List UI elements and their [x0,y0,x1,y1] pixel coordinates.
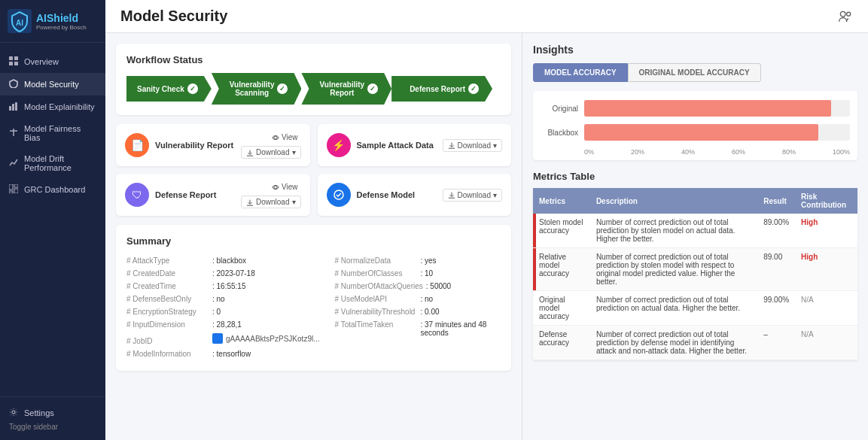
summary-key: # JobID [126,337,209,345]
sidebar-item-overview[interactable]: Overview [0,50,105,73]
bar-track-original [584,100,850,117]
vuln-download-button[interactable]: Download ▾ [241,146,300,159]
svg-rect-3 [14,56,18,60]
defense-view-button[interactable]: View [269,181,301,193]
sidebar-item-model-security[interactable]: Model Security [0,73,105,96]
svg-rect-14 [9,191,13,193]
sidebar-item-label: Model Explainibility [24,102,95,111]
sidebar-item-label: Model Fairness Bias [24,124,96,142]
bar-fill-blackbox [584,124,818,141]
summary-key: # InputDimension [126,320,209,329]
toggle-sidebar-button[interactable]: Toggle sidebar [9,421,96,432]
workflow-steps: Sanity Check ✓ VulnerabilityScanning ✓ V… [126,73,501,105]
grid-icon [9,56,20,67]
summary-val: : 28,28,1 [212,320,242,329]
summary-key: # ModelInformation [126,350,209,358]
insights-tab-bar: MODEL ACCURACY ORIGINAL MODEL ACCURACY [533,63,857,82]
summary-grid: # AttackType : blackbox # CreatedDate : … [126,254,501,360]
right-panel: Insights MODEL ACCURACY ORIGINAL MODEL A… [522,33,868,440]
svg-point-21 [274,185,277,188]
tab-model-accuracy[interactable]: MODEL ACCURACY [533,63,628,82]
defense-model-download-button[interactable]: Download ▾ [443,189,502,202]
step-label: VulnerabilityReport [319,80,364,97]
defense-download-button[interactable]: Download ▾ [241,196,300,208]
sidebar-item-label: Overview [24,57,59,66]
sidebar-item-model-drift[interactable]: Model Drift Performance [0,148,105,178]
summary-val: : 0 [212,308,221,316]
content-area: Workflow Status Sanity Check ✓ Vulnerabi… [105,33,868,440]
axis-60: 60% [732,148,745,156]
metrics-table: Metrics Description Result Risk Contribu… [533,188,857,360]
dropdown-arrow: ▾ [292,148,296,156]
job-id-icon [212,333,223,344]
risk-cell: High [795,248,857,291]
table-row: Stolen model accuracy Number of correct … [533,214,857,248]
risk-badge: N/A [801,296,814,304]
red-bar-indicator [533,214,536,247]
summary-model-info: # ModelInformation : tensorflow [126,347,320,360]
attack-download-button[interactable]: Download ▾ [443,139,502,152]
risk-cell: N/A [795,291,857,326]
bar-fill-original [584,100,831,117]
sidebar-item-grc-dashboard[interactable]: GRC Dashboard [0,178,105,201]
summary-val: : 2023-07-18 [212,269,255,278]
svg-rect-13 [14,189,18,193]
risk-cell: High [795,214,857,248]
summary-val: : 50000 [426,282,451,290]
result-cell: 89.00 [757,248,795,291]
summary-key: # TotalTimeTaken [335,320,418,329]
risk-badge: High [801,253,818,261]
workflow-step-vuln-scan: VulnerabilityScanning ✓ [212,73,302,105]
metric-name: Relative model accuracy [539,253,569,278]
axis-0: 0% [584,148,594,156]
step-check-icon: ✓ [187,83,198,94]
logo: AI AIShield Powered by Bosch [0,0,105,43]
result-cell: 99.00% [757,291,795,326]
svg-text:AI: AI [16,19,23,27]
settings-button[interactable]: Settings [9,405,96,421]
svg-rect-11 [9,184,13,190]
dropdown-arrow: ▾ [292,198,296,206]
download-icon [246,199,254,206]
chart-icon [9,102,20,112]
report-card-defense: 🛡 Defense Report View Download ▾ [116,174,310,216]
dashboard-icon [9,184,20,195]
svg-rect-5 [14,62,18,65]
sidebar-item-model-explainibility[interactable]: Model Explainibility [0,96,105,118]
summary-val: : yes [421,256,437,265]
vuln-view-button[interactable]: View [269,132,301,143]
download-label: Download [458,191,491,199]
summary-encryption: # EncryptionStrategy : 0 [126,305,320,318]
table-row: Original model accuracy Number of correc… [533,291,857,326]
summary-num-classes: # NumberOfClasses : 10 [335,267,501,280]
job-id-value: gAAAAABktsPzPSJKotz9l... [212,333,320,344]
svg-point-15 [12,411,15,414]
summary-val: : tensorflow [212,350,251,358]
vuln-report-label: Vulnerability Report [155,141,235,150]
attack-data-icon: ⚡ [327,133,351,157]
tab-original-model-accuracy[interactable]: ORIGINAL MODEL ACCURACY [628,63,761,82]
col-risk: Risk Contribution [795,188,857,214]
summary-vuln-threshold: # VulnerabilityThreshold : 0.00 [335,305,501,318]
user-settings-icon[interactable] [838,9,853,24]
sidebar-item-model-fairness[interactable]: Model Fairness Bias [0,118,105,148]
summary-title: Summary [126,235,501,247]
summary-val: : 0.00 [421,308,440,316]
col-description: Description [590,188,757,214]
report-cards: 📄 Vulnerability Report View Download ▾ [116,124,511,216]
step-label: VulnerabilityScanning [230,80,275,97]
logo-subtitle: Powered by Bosch [36,24,87,31]
settings-icon [9,408,20,418]
svg-rect-4 [9,62,13,65]
sidebar-item-label: GRC Dashboard [24,185,85,194]
bar-label-original: Original [541,105,578,113]
summary-val: : 10 [421,269,434,278]
workflow-title: Workflow Status [126,54,501,65]
step-check-icon: ✓ [367,83,378,94]
download-label: Download [256,198,289,206]
bar-row-blackbox: Blackbox [541,124,850,141]
step-check-icon: ✓ [468,83,479,94]
balance-icon [9,128,20,138]
summary-val: : no [421,295,434,303]
view-label: View [282,183,298,191]
